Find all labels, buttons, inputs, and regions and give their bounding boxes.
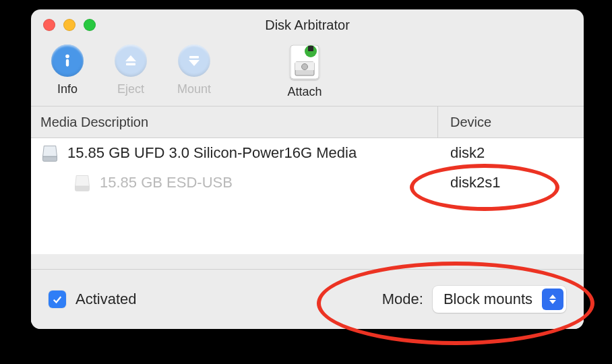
mount-button[interactable]: Mount	[173, 44, 216, 96]
mount-label: Mount	[177, 82, 211, 96]
svg-rect-1	[66, 59, 69, 67]
eject-button[interactable]: Eject	[109, 44, 152, 96]
disk-list: 15.85 GB UFD 3.0 Silicon-Power16G Media …	[31, 138, 584, 254]
window-controls	[43, 19, 96, 31]
disk-row[interactable]: 15.85 GB UFD 3.0 Silicon-Power16G Media …	[31, 138, 584, 168]
activated-label: Activated	[75, 291, 137, 308]
info-label: Info	[57, 82, 78, 96]
toolbar: Info Eject Mount	[31, 40, 584, 107]
column-media-description[interactable]: Media Description	[31, 107, 438, 138]
disk-device: disk2s1	[438, 174, 584, 191]
attach-button[interactable]: Attach	[283, 44, 326, 99]
info-icon	[51, 44, 84, 77]
window-title: Disk Arbitrator	[265, 18, 350, 33]
app-window: Disk Arbitrator Info Eject Mount	[31, 9, 584, 329]
disk-device: disk2	[438, 144, 584, 162]
svg-rect-2	[126, 63, 135, 66]
disk-icon	[40, 144, 59, 162]
disk-description: 15.85 GB UFD 3.0 Silicon-Power16G Media	[67, 144, 357, 162]
disk-row[interactable]: 15.85 GB ESD-USB disk2s1	[31, 168, 584, 198]
chevron-up-down-icon	[542, 289, 563, 310]
status-bar: Activated Mode: Block mounts	[31, 269, 584, 329]
disk-description: 15.85 GB ESD-USB	[100, 174, 233, 191]
minimize-window-button[interactable]	[63, 19, 75, 31]
eject-label: Eject	[117, 82, 144, 96]
column-device[interactable]: Device	[438, 107, 584, 138]
disk-icon	[73, 173, 92, 192]
eject-icon	[115, 44, 147, 77]
attach-label: Attach	[287, 85, 322, 99]
svg-rect-6	[308, 46, 313, 51]
close-window-button[interactable]	[43, 19, 55, 31]
mount-icon	[178, 44, 210, 77]
svg-point-0	[65, 55, 69, 59]
titlebar: Disk Arbitrator	[31, 9, 584, 40]
activated-checkbox[interactable]	[49, 291, 66, 308]
svg-point-9	[302, 64, 308, 70]
mode-value: Block mounts	[443, 291, 532, 308]
mode-label: Mode:	[382, 291, 423, 308]
column-headers: Media Description Device	[31, 107, 584, 138]
svg-rect-3	[189, 56, 199, 59]
zoom-window-button[interactable]	[84, 19, 96, 31]
attach-icon	[290, 44, 319, 80]
mode-select[interactable]: Block mounts	[433, 286, 566, 313]
checkmark-icon	[51, 293, 63, 305]
info-button[interactable]: Info	[46, 44, 89, 96]
